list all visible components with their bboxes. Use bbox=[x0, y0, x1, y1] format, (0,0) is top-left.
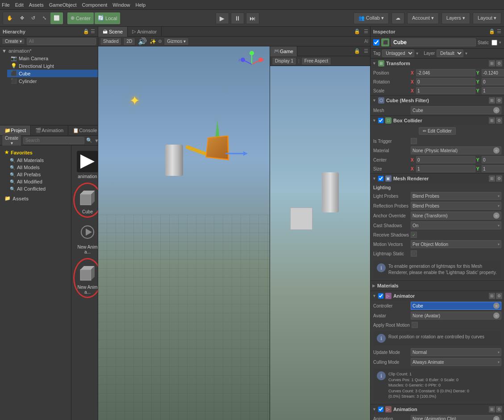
apply-root-checkbox[interactable] bbox=[412, 322, 418, 328]
animcomp-ref-btn[interactable]: ⊞ bbox=[489, 406, 495, 412]
scale-y-input[interactable] bbox=[482, 87, 504, 94]
tab-scene[interactable]: 🏔 Scene bbox=[98, 27, 128, 37]
game-lock-icon[interactable]: 🔒 bbox=[352, 48, 362, 54]
pivot-mode-btn[interactable]: ⊕ Center bbox=[67, 12, 94, 24]
controller-circle-btn[interactable]: ○ bbox=[493, 303, 500, 309]
project-create-btn[interactable]: Create ▾ bbox=[2, 135, 21, 146]
cloud-button[interactable]: ☁ bbox=[392, 12, 404, 24]
hierarchy-item-animation[interactable]: ▼ animation* bbox=[0, 47, 98, 54]
center-x-input[interactable] bbox=[416, 156, 475, 163]
motion-vectors-dropdown[interactable]: Per Object Motion ▾ bbox=[411, 240, 501, 248]
gizmos-btn[interactable]: Gizmos ▾ bbox=[164, 37, 189, 46]
materials-header[interactable]: ▶ Materials bbox=[371, 281, 504, 291]
animator-comp-header[interactable]: ▼ ▷ Animator ⊞ ⚙ bbox=[371, 291, 504, 301]
scene-menu-icon[interactable]: ☰ bbox=[362, 29, 370, 34]
box-collider-header[interactable]: ▼ □ Box Collider ⊞ ⚙ bbox=[371, 116, 504, 125]
transform-ref-btn[interactable]: ⊞ bbox=[489, 60, 495, 67]
tab-game[interactable]: 🎮 Game bbox=[270, 46, 297, 56]
hand-tool[interactable]: ✋ bbox=[4, 12, 16, 24]
static-arrow[interactable]: ▾ bbox=[499, 40, 501, 45]
bc-gear-btn[interactable]: ⚙ bbox=[496, 117, 502, 124]
hierarchy-item-main-camera[interactable]: 📷 Main Camera bbox=[7, 54, 98, 62]
reflection-dropdown[interactable]: Blend Probes ▾ bbox=[411, 202, 501, 210]
fav-all-prefabs[interactable]: 🔍 All Prefabs bbox=[3, 171, 68, 178]
edit-collider-btn[interactable]: ✏ Edit Collider bbox=[419, 127, 456, 135]
mesh-renderer-header[interactable]: ▼ ▣ Mesh Renderer ⊞ ⚙ bbox=[371, 174, 504, 183]
transform-header[interactable]: ▼ ⊞ Transform ⊞ ⚙ bbox=[371, 58, 504, 68]
tag-select[interactable]: Untagged bbox=[382, 50, 414, 57]
anchor-circle-btn[interactable]: ○ bbox=[493, 212, 500, 219]
menu-assets[interactable]: Assets bbox=[29, 2, 44, 8]
menu-gameobject[interactable]: GameObject bbox=[49, 2, 77, 8]
clip-circle-btn[interactable]: ○ bbox=[493, 416, 500, 420]
box-collider-enabled[interactable] bbox=[378, 118, 383, 123]
animation-clip-field[interactable]: None (Animation Clip) ○ bbox=[411, 415, 501, 420]
size-y-input[interactable] bbox=[482, 165, 504, 172]
inspector-lock-icon[interactable]: 🔒 bbox=[489, 29, 495, 34]
hierarchy-lock-icon[interactable]: 🔒 bbox=[83, 29, 89, 34]
update-mode-dropdown[interactable]: Normal ▾ bbox=[411, 348, 501, 356]
controller-field[interactable]: Cube ○ bbox=[411, 302, 501, 310]
receive-shadows-checkbox[interactable] bbox=[411, 232, 417, 238]
anim-ref-btn[interactable]: ⊞ bbox=[489, 293, 495, 299]
hierarchy-item-cube[interactable]: ⬛ Cube bbox=[7, 70, 98, 77]
bc-ref-btn[interactable]: ⊞ bbox=[489, 117, 495, 124]
asset-cube[interactable]: Cube bbox=[75, 184, 98, 216]
asset-new-anim1[interactable]: New Anima... bbox=[75, 220, 98, 256]
rotation-x-input[interactable] bbox=[416, 78, 475, 85]
animator-enabled[interactable] bbox=[378, 293, 383, 299]
mesh-value[interactable]: Cube ○ bbox=[411, 106, 501, 114]
scale-tool[interactable]: ⤡ bbox=[39, 12, 50, 24]
menu-help[interactable]: Help bbox=[135, 2, 146, 8]
space-mode-btn[interactable]: 🔄 Local bbox=[95, 12, 120, 24]
static-checkbox[interactable] bbox=[492, 40, 497, 46]
material-value[interactable]: None (Physic Material) ○ bbox=[411, 146, 501, 154]
project-search-input[interactable] bbox=[23, 137, 84, 144]
animation-enabled[interactable] bbox=[378, 407, 383, 412]
fav-all-conflicted[interactable]: 🔍 All Conflicted bbox=[3, 185, 68, 192]
lightmap-checkbox[interactable] bbox=[411, 250, 417, 257]
anim-gear-btn[interactable]: ⚙ bbox=[496, 293, 502, 299]
menu-component[interactable]: Component bbox=[82, 2, 107, 8]
mr-gear-btn[interactable]: ⚙ bbox=[496, 175, 502, 182]
object-name-input[interactable] bbox=[391, 38, 476, 46]
anchor-field[interactable]: None (Transform) ○ bbox=[411, 212, 501, 220]
account-button[interactable]: Account ▾ bbox=[407, 12, 439, 24]
avatar-circle-btn[interactable]: ○ bbox=[493, 312, 500, 319]
scale-x-input[interactable] bbox=[416, 87, 475, 94]
play-button[interactable]: ▶ bbox=[216, 12, 229, 24]
avatar-field[interactable]: None (Avatar) ○ bbox=[411, 312, 501, 320]
trigger-checkbox[interactable] bbox=[411, 138, 417, 144]
layer-select[interactable]: Default bbox=[437, 50, 463, 57]
tab-project[interactable]: 📁 Project bbox=[0, 125, 31, 135]
mesh-gear-btn[interactable]: ⚙ bbox=[496, 97, 502, 104]
pause-button[interactable]: ⏸ bbox=[231, 12, 244, 24]
display-btn[interactable]: Display 1 bbox=[272, 57, 296, 65]
center-y-input[interactable] bbox=[482, 156, 504, 163]
animcomp-gear-btn[interactable]: ⚙ bbox=[496, 406, 502, 412]
menu-edit[interactable]: Edit bbox=[15, 2, 24, 8]
rect-tool[interactable]: ⬜ bbox=[50, 12, 63, 24]
hierarchy-item-directional-light[interactable]: 💡 Directional Light bbox=[7, 62, 98, 70]
aspect-btn[interactable]: Free Aspect bbox=[301, 57, 331, 65]
rotation-y-input[interactable] bbox=[482, 78, 504, 85]
mesh-circle-btn[interactable]: ○ bbox=[493, 107, 500, 113]
asset-new-anim2[interactable]: New Anima... bbox=[75, 260, 98, 296]
collab-button[interactable]: 👥 Collab ▾ bbox=[354, 12, 389, 24]
mesh-renderer-enabled[interactable] bbox=[378, 176, 383, 181]
hierarchy-search-input[interactable] bbox=[27, 38, 96, 45]
mr-ref-btn[interactable]: ⊞ bbox=[489, 175, 495, 182]
tab-animator[interactable]: ▷ Animator bbox=[128, 27, 162, 37]
fav-all-materials[interactable]: 🔍 All Materials bbox=[3, 157, 68, 164]
fav-all-models[interactable]: 🔍 All Models bbox=[3, 164, 68, 171]
game-menu-icon[interactable]: ☰ bbox=[362, 48, 370, 54]
tab-animation[interactable]: 🎬 Animation bbox=[31, 125, 68, 135]
2d-btn[interactable]: 2D bbox=[123, 37, 135, 46]
menu-window[interactable]: Window bbox=[112, 2, 130, 8]
position-y-input[interactable] bbox=[482, 69, 504, 76]
hierarchy-create-btn[interactable]: Create ▾ bbox=[2, 38, 25, 45]
material-circle-btn[interactable]: ○ bbox=[493, 147, 500, 154]
step-button[interactable]: ⏭ bbox=[246, 12, 259, 24]
size-x-input[interactable] bbox=[416, 165, 475, 172]
shaded-btn[interactable]: Shaded bbox=[100, 37, 121, 46]
